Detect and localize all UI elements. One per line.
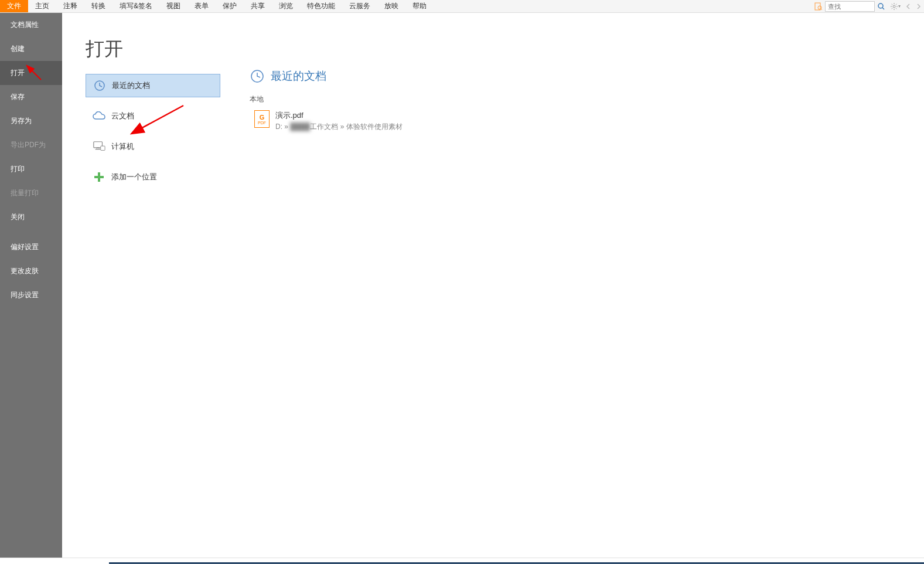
computer-icon	[93, 140, 105, 153]
cloud-icon	[93, 110, 105, 123]
find-page-icon[interactable]	[813, 1, 824, 12]
sidebar-item-sync[interactable]: 同步设置	[0, 283, 62, 307]
file-sidebar: 文档属性 创建 打开 保存 另存为 导出PDF为 打印 批量打印 关闭 偏好设置…	[0, 13, 62, 558]
content-title: 最近的文档	[271, 69, 326, 84]
page-title: 打开	[86, 36, 220, 62]
menu-tab-share[interactable]: 共享	[244, 0, 272, 12]
file-path: D: » ████工作文档 » 体验软件使用素材	[275, 122, 902, 132]
sidebar-item-open[interactable]: 打开	[0, 61, 62, 85]
location-recent[interactable]: 最近的文档	[86, 74, 220, 97]
sidebar-item-preferences[interactable]: 偏好设置	[0, 235, 62, 259]
pdf-file-icon: G PDF	[254, 110, 270, 128]
menu-tab-convert[interactable]: 转换	[84, 0, 112, 12]
content-panel: 最近的文档 本地 G PDF 演示.pdf D: » ████工作文档 » 体验…	[232, 13, 924, 558]
sidebar-item-save-as[interactable]: 另存为	[0, 109, 62, 133]
plus-icon	[93, 171, 105, 184]
sidebar-item-create[interactable]: 创建	[0, 37, 62, 61]
search-input[interactable]	[825, 1, 875, 12]
sidebar-item-properties[interactable]: 文档属性	[0, 13, 62, 37]
location-label: 最近的文档	[112, 80, 150, 91]
svg-point-3	[878, 4, 883, 8]
svg-line-2	[821, 9, 822, 10]
menu-tab-fill-sign[interactable]: 填写&签名	[112, 0, 159, 12]
menu-tab-form[interactable]: 表单	[187, 0, 216, 12]
top-menu-bar: 文件 主页 注释 转换 填写&签名 视图 表单 保护 共享 浏览 特色功能 云服…	[0, 0, 924, 13]
nav-next-icon[interactable]	[914, 1, 923, 12]
gear-icon[interactable]: ▾	[889, 1, 902, 12]
clock-icon	[93, 79, 106, 92]
sidebar-item-export-pdf[interactable]: 导出PDF为	[0, 133, 62, 157]
menu-tab-browse[interactable]: 浏览	[272, 0, 300, 12]
menu-tab-slideshow[interactable]: 放映	[377, 0, 405, 12]
status-bar	[0, 558, 924, 564]
location-label: 计算机	[111, 141, 134, 152]
file-name: 演示.pdf	[275, 110, 902, 121]
svg-point-5	[893, 5, 895, 8]
location-computer[interactable]: 计算机	[86, 135, 220, 158]
sidebar-item-save[interactable]: 保存	[0, 85, 62, 109]
menu-tab-features[interactable]: 特色功能	[300, 0, 342, 12]
svg-rect-0	[815, 3, 820, 10]
menu-tab-view[interactable]: 视图	[159, 0, 187, 12]
sidebar-divider	[0, 229, 62, 235]
menu-tab-help[interactable]: 帮助	[405, 0, 434, 12]
sidebar-item-print[interactable]: 打印	[0, 157, 62, 181]
clock-icon	[250, 69, 265, 84]
menu-tab-annotate[interactable]: 注释	[56, 0, 84, 12]
sidebar-item-close[interactable]: 关闭	[0, 205, 62, 229]
svg-rect-12	[94, 176, 104, 178]
svg-line-4	[882, 8, 884, 9]
menu-tab-file[interactable]: 文件	[0, 0, 28, 12]
location-cloud[interactable]: 云文档	[86, 104, 220, 128]
sidebar-item-skin[interactable]: 更改皮肤	[0, 259, 62, 283]
menu-tab-cloud[interactable]: 云服务	[342, 0, 377, 12]
sidebar-item-batch-print[interactable]: 批量打印	[0, 181, 62, 205]
locations-panel: 打开 最近的文档 云文档 计算机	[62, 13, 232, 558]
nav-prev-icon[interactable]	[903, 1, 913, 12]
search-icon[interactable]	[876, 1, 887, 12]
section-label-local: 本地	[250, 94, 906, 104]
menu-tab-home[interactable]: 主页	[28, 0, 56, 12]
recent-file-row[interactable]: G PDF 演示.pdf D: » ████工作文档 » 体验软件使用素材	[250, 107, 906, 135]
location-label: 云文档	[111, 111, 134, 121]
svg-rect-10	[101, 146, 105, 150]
location-label: 添加一个位置	[111, 172, 157, 182]
menu-tab-protect[interactable]: 保护	[216, 0, 244, 12]
location-add[interactable]: 添加一个位置	[86, 165, 220, 189]
